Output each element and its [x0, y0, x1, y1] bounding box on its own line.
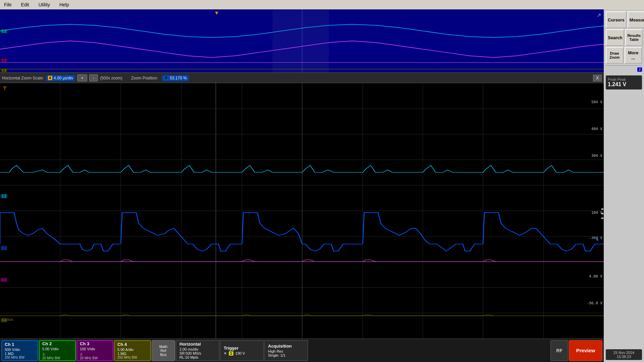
math-ref-bus-label2: Ref — [160, 349, 166, 353]
zoom-minus-button[interactable]: - — [89, 74, 98, 81]
ch3-info-box[interactable]: Ch 3 100 V/div ⏚ 20 MHz BW — [76, 340, 113, 361]
ch4-bw: 250 MHz BW — [117, 356, 148, 359]
ch2-info-box[interactable]: Ch 2 5.00 V/div ⏚ 20 MHz BW — [39, 340, 76, 361]
ch3-title: Ch 3 — [80, 341, 110, 346]
trigger-symbol: ✕ — [224, 351, 227, 356]
time-display: 15:38:23 — [608, 355, 640, 359]
svg-point-26 — [601, 213, 603, 215]
right-panel: Cursors Measure Search Results Table Dra… — [604, 9, 644, 362]
trigger-title: Trigger — [224, 346, 260, 351]
math-ref-bus-button[interactable]: Math Ref Bus — [152, 340, 175, 361]
ch4-title: Ch 4 — [117, 342, 148, 347]
svg-point-25 — [601, 208, 603, 210]
zoom-pos-ch-badge: B — [164, 76, 168, 80]
trigger-badge: 1 — [229, 351, 233, 356]
ch3-icon: ⏚ — [80, 351, 110, 356]
acquisition-val1: High Res — [268, 349, 304, 353]
horizontal-info-box[interactable]: Horizontal 2.00 ms/div SR:500 MS/s RL:10… — [176, 340, 219, 361]
waveform-grid: ⊤ C2 C1 C3 C4 Iout 504 V 404 V 304 V 104… — [0, 83, 604, 339]
ch3-val1: 100 V/div — [80, 347, 110, 351]
zoom-multiplier-text: (500x zoom) — [100, 76, 122, 80]
trigger-row: ✕ 1 190 V — [224, 351, 260, 356]
main-area: C2 C1 C3 C4 ▼ — [0, 9, 644, 362]
ch4-info-box[interactable]: Ch 4 5.00 A/div 1 MΩ 250 MHz BW — [114, 340, 151, 361]
ch4-val1: 5.00 A/div — [117, 348, 148, 352]
more-button[interactable]: More ... — [625, 47, 642, 64]
scope-area: C2 C1 C3 C4 ▼ — [0, 9, 604, 362]
draw-zoom-button[interactable]: Draw Zoom — [606, 47, 624, 64]
menu-utility[interactable]: Utility — [37, 1, 51, 8]
ch1-bw: 250 MHz BW — [5, 356, 35, 359]
math-ref-bus-label3: Bus — [160, 353, 167, 357]
peak-peak-area: Peak-Peak 1.241 V — [606, 75, 642, 89]
menu-file[interactable]: File — [3, 1, 13, 8]
overview-waveform-svg — [0, 9, 604, 72]
ch2-val1: 5.00 V/div — [42, 347, 72, 351]
acquisition-title: Acquisition — [268, 344, 304, 349]
zoom-controls-bar: Horizontal Zoom Scale: A 4.00 µs/div + -… — [0, 73, 604, 83]
math-ref-bus-label: Math — [159, 345, 167, 349]
date-time-box: 25 Nov 2024 15:38:23 — [606, 349, 642, 360]
ch1-val1: 500 V/div — [5, 348, 35, 352]
trigger-info-box[interactable]: Trigger ✕ 1 190 V — [220, 340, 264, 361]
horizontal-title: Horizontal — [179, 342, 216, 347]
overview-arrow-icon: ↗ — [597, 12, 601, 18]
ch2-icon: ⏚ — [42, 351, 72, 356]
rf-button[interactable]: RF — [550, 340, 568, 361]
results-table-button[interactable]: Results Table — [625, 29, 643, 46]
ch1-info-box[interactable]: Ch 1 500 V/div 1 MΩ 250 MHz BW — [1, 340, 38, 361]
menu-bar: File Edit Utility Help — [0, 0, 644, 9]
svg-point-27 — [601, 217, 603, 219]
peak-peak-value: 1.241 V — [608, 81, 640, 87]
acquisition-info-box[interactable]: Acquisition High Res Single: 1/1 — [264, 340, 308, 361]
cursors-button[interactable]: Cursors — [606, 11, 627, 28]
search-button[interactable]: Search — [606, 29, 624, 46]
ch1-val2: 1 MΩ — [5, 352, 35, 356]
horizontal-val3: RL:10 Mpts — [179, 355, 216, 359]
zoom-plus-button[interactable]: + — [77, 74, 87, 81]
preview-button[interactable]: Preview — [569, 340, 602, 361]
panel-badge: 2 — [637, 67, 642, 72]
zoom-position-value-box: B 53.170 % — [162, 75, 189, 81]
ch3-bw: 20 MHz BW — [80, 356, 110, 360]
zoom-scale-label: Horizontal Zoom Scale: — [2, 76, 44, 80]
zoom-scale-value-box: A 4.00 µs/div — [46, 75, 75, 81]
status-bar: Ch 1 500 V/div 1 MΩ 250 MHz BW Ch 2 5.00… — [0, 339, 604, 362]
trigger-voltage: 190 V — [235, 351, 245, 355]
peak-peak-label: Peak-Peak — [608, 77, 640, 81]
zoom-position-label: Zoom Position: — [131, 76, 158, 80]
right-panel-divider — [606, 65, 642, 66]
zoom-value: 4.00 µs/div — [54, 76, 73, 80]
zoom-close-button[interactable]: X — [593, 75, 602, 81]
overview-strip: C2 C1 C3 C4 ▼ — [0, 9, 604, 73]
ch2-bw: 20 MHz BW — [42, 356, 72, 360]
ch4-val2: 1 MΩ — [117, 352, 148, 356]
date-display: 25 Nov 2024 — [608, 351, 640, 355]
menu-help[interactable]: Help — [58, 1, 70, 8]
measure-button[interactable]: Measure — [628, 11, 644, 28]
zoom-position-value: 53.170 % — [170, 76, 187, 80]
ch1-title: Ch 1 — [5, 342, 35, 347]
menu-edit[interactable]: Edit — [20, 1, 31, 8]
svg-rect-4 — [272, 9, 329, 72]
acquisition-val2: Single: 1/1 — [268, 353, 304, 357]
zoom-ch-badge: A — [48, 76, 52, 80]
horizontal-val2: SR:500 MS/s — [179, 351, 216, 355]
grid-waveform-svg — [0, 83, 604, 339]
horizontal-val1: 2.00 ms/div — [179, 347, 216, 351]
ch2-title: Ch 2 — [42, 341, 72, 346]
